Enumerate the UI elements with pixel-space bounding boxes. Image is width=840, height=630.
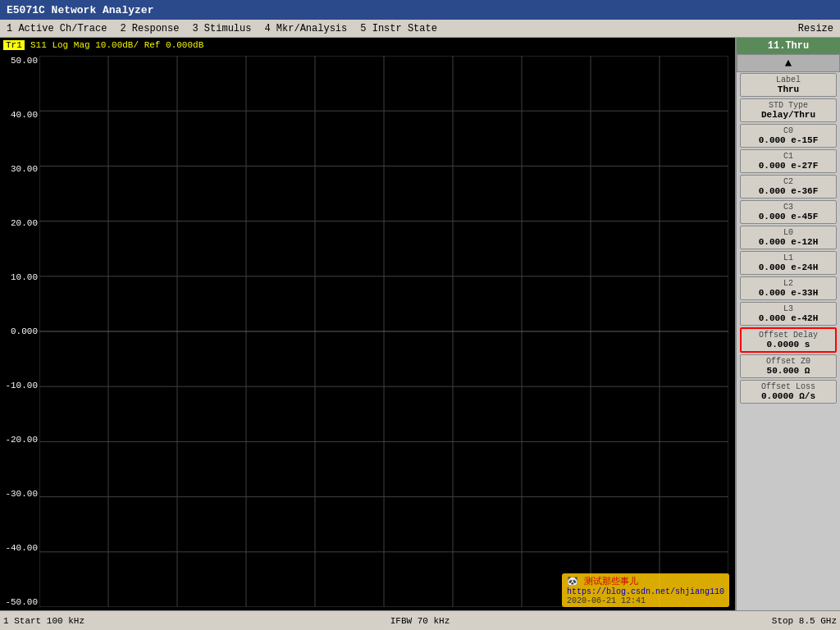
chart-header: Tr1 S11 Log Mag 10.00dB/ Ref 0.000dB (0, 38, 735, 52)
c3-label: C3 (744, 203, 833, 212)
offset-delay-value: 0.0000 s (745, 340, 832, 349)
offset-delay-label: Offset Delay (745, 331, 832, 340)
offset-loss-value: 0.0000 Ω/s (744, 391, 833, 401)
std-type-value: Delay/Thru (744, 110, 833, 120)
y-label-50: 50.00 (2, 56, 38, 66)
y-label-n10: -10.00 (2, 381, 38, 390)
grid-area (39, 56, 728, 607)
chart-area: Tr1 S11 Log Mag 10.00dB/ Ref 0.000dB 50.… (0, 38, 735, 610)
y-label-n40: -40.00 (2, 543, 38, 553)
l1-label: L1 (744, 253, 833, 262)
c3-group[interactable]: C3 0.000 e-45F (740, 200, 837, 224)
offset-z0-value: 50.000 Ω (744, 366, 833, 376)
l2-label: L2 (744, 279, 833, 288)
chart-canvas: 50.00 40.00 30.00 20.00 10.00 0.000 -10.… (0, 52, 735, 610)
watermark: 🐼 测试那些事儿 https://blog.csdn.net/shjiang11… (562, 573, 729, 607)
l1-group[interactable]: L1 0.000 e-24H (740, 251, 837, 275)
chart-title: S11 Log Mag 10.00dB/ Ref 0.000dB (30, 40, 203, 50)
std-type-title: STD Type (744, 101, 833, 110)
y-label-10: 10.00 (2, 272, 38, 282)
offset-loss-group[interactable]: Offset Loss 0.0000 Ω/s (740, 380, 837, 404)
c2-group[interactable]: C2 0.000 e-36F (740, 175, 837, 199)
label-title: Label (744, 75, 833, 84)
offset-z0-group[interactable]: Offset Z0 50.000 Ω (740, 354, 837, 378)
main-layout: Tr1 S11 Log Mag 10.00dB/ Ref 0.000dB 50.… (0, 38, 840, 610)
y-label-n20: -20.00 (2, 435, 38, 445)
y-axis: 50.00 40.00 30.00 20.00 10.00 0.000 -10.… (0, 52, 39, 610)
y-label-0: 0.000 (2, 326, 38, 336)
label-value: Thru (744, 84, 833, 94)
menu-items: 1 Active Ch/Trace 2 Response 3 Stimulus … (7, 23, 437, 34)
menu-bar: 1 Active Ch/Trace 2 Response 3 Stimulus … (0, 20, 840, 38)
trace-label: Tr1 (3, 40, 25, 50)
l0-group[interactable]: L0 0.000 e-12H (740, 226, 837, 249)
l0-value: 0.000 e-12H (744, 237, 833, 247)
c1-group[interactable]: C1 0.000 e-27F (740, 149, 837, 173)
l3-label: L3 (744, 304, 833, 313)
l1-value: 0.000 e-24H (744, 262, 833, 272)
status-left: 1 Start 100 kHz (3, 616, 281, 626)
l3-group[interactable]: L3 0.000 e-42H (740, 302, 837, 326)
c2-label: C2 (744, 177, 833, 186)
label-group[interactable]: Label Thru (740, 73, 837, 97)
c2-value: 0.000 e-36F (744, 186, 833, 196)
watermark-icon: 🐼 测试那些事儿 (567, 577, 638, 587)
c0-value: 0.000 e-15F (744, 135, 833, 145)
menu-stimulus[interactable]: 3 Stimulus (192, 23, 251, 34)
panel-section-title: 11.Thru (737, 38, 840, 54)
y-label-40: 40.00 (2, 110, 38, 120)
offset-loss-label: Offset Loss (744, 382, 833, 391)
l2-value: 0.000 e-33H (744, 288, 833, 298)
c0-label: C0 (744, 126, 833, 135)
l2-group[interactable]: L2 0.000 e-33H (740, 276, 837, 300)
right-panel: 11.Thru ▲ Label Thru STD Type Delay/Thru… (735, 38, 840, 610)
title-text: E5071C Network Analyzer (7, 4, 153, 16)
menu-mkr-analysis[interactable]: 4 Mkr/Analysis (264, 23, 347, 34)
std-type-group[interactable]: STD Type Delay/Thru (740, 98, 837, 122)
watermark-url: https://blog.csdn.net/shjiang110 (567, 587, 724, 596)
menu-active-ch-trace[interactable]: 1 Active Ch/Trace (7, 23, 107, 34)
offset-delay-group[interactable]: Offset Delay 0.0000 s (740, 327, 837, 353)
l0-label: L0 (744, 228, 833, 237)
status-center: IFBW 70 kHz (281, 616, 559, 626)
l3-value: 0.000 e-42H (744, 313, 833, 323)
c3-value: 0.000 e-45F (744, 212, 833, 221)
c1-value: 0.000 e-27F (744, 161, 833, 171)
c1-label: C1 (744, 152, 833, 161)
y-label-n50: -50.00 (2, 597, 38, 607)
title-bar: E5071C Network Analyzer (0, 0, 840, 20)
y-label-n30: -30.00 (2, 489, 38, 499)
menu-instr-state[interactable]: 5 Instr State (360, 23, 437, 34)
status-right: Stop 8.5 GHz (559, 616, 837, 626)
offset-z0-label: Offset Z0 (744, 357, 833, 366)
chart-svg (39, 56, 728, 607)
y-label-30: 30.00 (2, 164, 38, 174)
watermark-timestamp: 2020-06-21 12:41 (567, 596, 724, 605)
resize-button[interactable]: Resize (798, 23, 833, 34)
y-label-20: 20.00 (2, 218, 38, 228)
c0-group[interactable]: C0 0.000 e-15F (740, 124, 837, 148)
menu-response[interactable]: 2 Response (120, 23, 179, 34)
status-bar: 1 Start 100 kHz IFBW 70 kHz Stop 8.5 GHz (0, 610, 840, 630)
panel-up-arrow[interactable]: ▲ (737, 54, 840, 72)
